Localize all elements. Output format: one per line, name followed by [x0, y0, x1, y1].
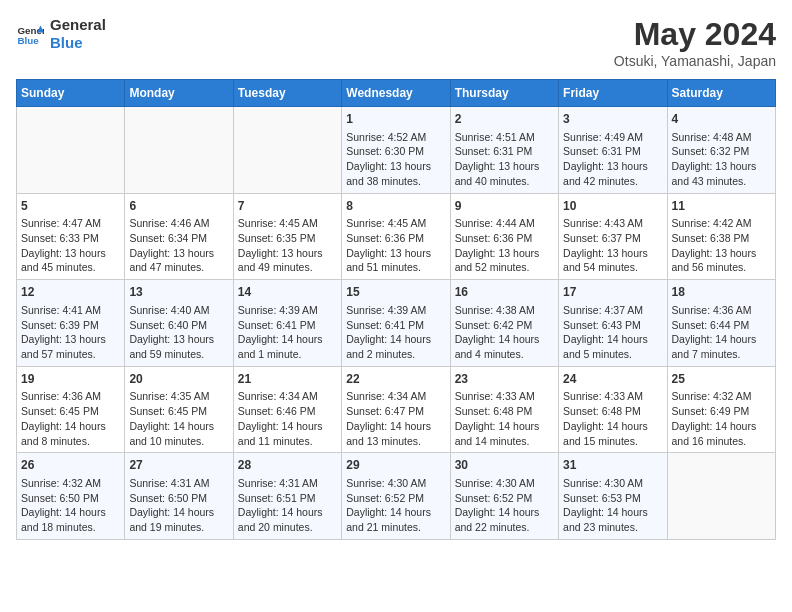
calendar-cell — [233, 107, 341, 194]
sunset-text: Sunset: 6:40 PM — [129, 319, 207, 331]
calendar-cell: 17 Sunrise: 4:37 AM Sunset: 6:43 PM Dayl… — [559, 280, 667, 367]
day-number: 31 — [563, 457, 662, 474]
sunset-text: Sunset: 6:35 PM — [238, 232, 316, 244]
calendar-week-1: 1 Sunrise: 4:52 AM Sunset: 6:30 PM Dayli… — [17, 107, 776, 194]
daylight-text: Daylight: 14 hours and 8 minutes. — [21, 420, 106, 447]
day-number: 28 — [238, 457, 337, 474]
calendar-cell: 18 Sunrise: 4:36 AM Sunset: 6:44 PM Dayl… — [667, 280, 775, 367]
day-number: 14 — [238, 284, 337, 301]
day-number: 5 — [21, 198, 120, 215]
sunrise-text: Sunrise: 4:30 AM — [455, 477, 535, 489]
daylight-text: Daylight: 14 hours and 21 minutes. — [346, 506, 431, 533]
daylight-text: Daylight: 14 hours and 19 minutes. — [129, 506, 214, 533]
calendar-cell: 7 Sunrise: 4:45 AM Sunset: 6:35 PM Dayli… — [233, 193, 341, 280]
daylight-text: Daylight: 14 hours and 16 minutes. — [672, 420, 757, 447]
daylight-text: Daylight: 14 hours and 4 minutes. — [455, 333, 540, 360]
daylight-text: Daylight: 14 hours and 14 minutes. — [455, 420, 540, 447]
sunset-text: Sunset: 6:32 PM — [672, 145, 750, 157]
sunset-text: Sunset: 6:30 PM — [346, 145, 424, 157]
sunrise-text: Sunrise: 4:37 AM — [563, 304, 643, 316]
day-number: 7 — [238, 198, 337, 215]
calendar-cell — [667, 453, 775, 540]
calendar-cell: 30 Sunrise: 4:30 AM Sunset: 6:52 PM Dayl… — [450, 453, 558, 540]
calendar-week-5: 26 Sunrise: 4:32 AM Sunset: 6:50 PM Dayl… — [17, 453, 776, 540]
calendar-cell: 16 Sunrise: 4:38 AM Sunset: 6:42 PM Dayl… — [450, 280, 558, 367]
daylight-text: Daylight: 13 hours and 47 minutes. — [129, 247, 214, 274]
day-number: 19 — [21, 371, 120, 388]
daylight-text: Daylight: 13 hours and 57 minutes. — [21, 333, 106, 360]
calendar-cell: 19 Sunrise: 4:36 AM Sunset: 6:45 PM Dayl… — [17, 366, 125, 453]
day-number: 23 — [455, 371, 554, 388]
sunset-text: Sunset: 6:49 PM — [672, 405, 750, 417]
calendar-cell: 29 Sunrise: 4:30 AM Sunset: 6:52 PM Dayl… — [342, 453, 450, 540]
sunrise-text: Sunrise: 4:31 AM — [129, 477, 209, 489]
day-number: 6 — [129, 198, 228, 215]
sunrise-text: Sunrise: 4:45 AM — [238, 217, 318, 229]
logo-general: General — [50, 16, 106, 34]
daylight-text: Daylight: 14 hours and 22 minutes. — [455, 506, 540, 533]
sunset-text: Sunset: 6:41 PM — [346, 319, 424, 331]
daylight-text: Daylight: 13 hours and 40 minutes. — [455, 160, 540, 187]
day-number: 9 — [455, 198, 554, 215]
calendar-cell: 10 Sunrise: 4:43 AM Sunset: 6:37 PM Dayl… — [559, 193, 667, 280]
day-number: 21 — [238, 371, 337, 388]
calendar-cell: 9 Sunrise: 4:44 AM Sunset: 6:36 PM Dayli… — [450, 193, 558, 280]
sunrise-text: Sunrise: 4:32 AM — [21, 477, 101, 489]
sunset-text: Sunset: 6:33 PM — [21, 232, 99, 244]
sunset-text: Sunset: 6:52 PM — [346, 492, 424, 504]
day-number: 29 — [346, 457, 445, 474]
logo-blue: Blue — [50, 34, 106, 52]
sunrise-text: Sunrise: 4:39 AM — [238, 304, 318, 316]
calendar-table: SundayMondayTuesdayWednesdayThursdayFrid… — [16, 79, 776, 540]
calendar-cell: 12 Sunrise: 4:41 AM Sunset: 6:39 PM Dayl… — [17, 280, 125, 367]
calendar-cell: 15 Sunrise: 4:39 AM Sunset: 6:41 PM Dayl… — [342, 280, 450, 367]
svg-text:Blue: Blue — [17, 35, 39, 46]
sunset-text: Sunset: 6:31 PM — [563, 145, 641, 157]
day-number: 11 — [672, 198, 771, 215]
calendar-cell: 14 Sunrise: 4:39 AM Sunset: 6:41 PM Dayl… — [233, 280, 341, 367]
sunset-text: Sunset: 6:48 PM — [455, 405, 533, 417]
calendar-cell: 25 Sunrise: 4:32 AM Sunset: 6:49 PM Dayl… — [667, 366, 775, 453]
daylight-text: Daylight: 13 hours and 56 minutes. — [672, 247, 757, 274]
day-number: 10 — [563, 198, 662, 215]
calendar-cell: 22 Sunrise: 4:34 AM Sunset: 6:47 PM Dayl… — [342, 366, 450, 453]
calendar-cell: 8 Sunrise: 4:45 AM Sunset: 6:36 PM Dayli… — [342, 193, 450, 280]
calendar-cell: 27 Sunrise: 4:31 AM Sunset: 6:50 PM Dayl… — [125, 453, 233, 540]
calendar-cell: 4 Sunrise: 4:48 AM Sunset: 6:32 PM Dayli… — [667, 107, 775, 194]
day-number: 22 — [346, 371, 445, 388]
month-title: May 2024 — [614, 16, 776, 53]
title-block: May 2024 Otsuki, Yamanashi, Japan — [614, 16, 776, 69]
calendar-cell: 24 Sunrise: 4:33 AM Sunset: 6:48 PM Dayl… — [559, 366, 667, 453]
sunrise-text: Sunrise: 4:33 AM — [455, 390, 535, 402]
sunrise-text: Sunrise: 4:38 AM — [455, 304, 535, 316]
sunrise-text: Sunrise: 4:52 AM — [346, 131, 426, 143]
daylight-text: Daylight: 14 hours and 5 minutes. — [563, 333, 648, 360]
sunset-text: Sunset: 6:38 PM — [672, 232, 750, 244]
sunrise-text: Sunrise: 4:36 AM — [21, 390, 101, 402]
day-number: 27 — [129, 457, 228, 474]
sunrise-text: Sunrise: 4:34 AM — [346, 390, 426, 402]
sunrise-text: Sunrise: 4:40 AM — [129, 304, 209, 316]
sunrise-text: Sunrise: 4:45 AM — [346, 217, 426, 229]
daylight-text: Daylight: 13 hours and 59 minutes. — [129, 333, 214, 360]
calendar-cell: 5 Sunrise: 4:47 AM Sunset: 6:33 PM Dayli… — [17, 193, 125, 280]
sunset-text: Sunset: 6:48 PM — [563, 405, 641, 417]
sunrise-text: Sunrise: 4:43 AM — [563, 217, 643, 229]
sunrise-text: Sunrise: 4:49 AM — [563, 131, 643, 143]
sunrise-text: Sunrise: 4:44 AM — [455, 217, 535, 229]
calendar-week-4: 19 Sunrise: 4:36 AM Sunset: 6:45 PM Dayl… — [17, 366, 776, 453]
daylight-text: Daylight: 13 hours and 45 minutes. — [21, 247, 106, 274]
sunrise-text: Sunrise: 4:39 AM — [346, 304, 426, 316]
day-number: 15 — [346, 284, 445, 301]
day-number: 24 — [563, 371, 662, 388]
calendar-cell: 11 Sunrise: 4:42 AM Sunset: 6:38 PM Dayl… — [667, 193, 775, 280]
day-number: 12 — [21, 284, 120, 301]
sunset-text: Sunset: 6:39 PM — [21, 319, 99, 331]
daylight-text: Daylight: 14 hours and 10 minutes. — [129, 420, 214, 447]
day-number: 3 — [563, 111, 662, 128]
sunset-text: Sunset: 6:41 PM — [238, 319, 316, 331]
sunrise-text: Sunrise: 4:48 AM — [672, 131, 752, 143]
calendar-week-3: 12 Sunrise: 4:41 AM Sunset: 6:39 PM Dayl… — [17, 280, 776, 367]
sunset-text: Sunset: 6:34 PM — [129, 232, 207, 244]
calendar-cell: 26 Sunrise: 4:32 AM Sunset: 6:50 PM Dayl… — [17, 453, 125, 540]
